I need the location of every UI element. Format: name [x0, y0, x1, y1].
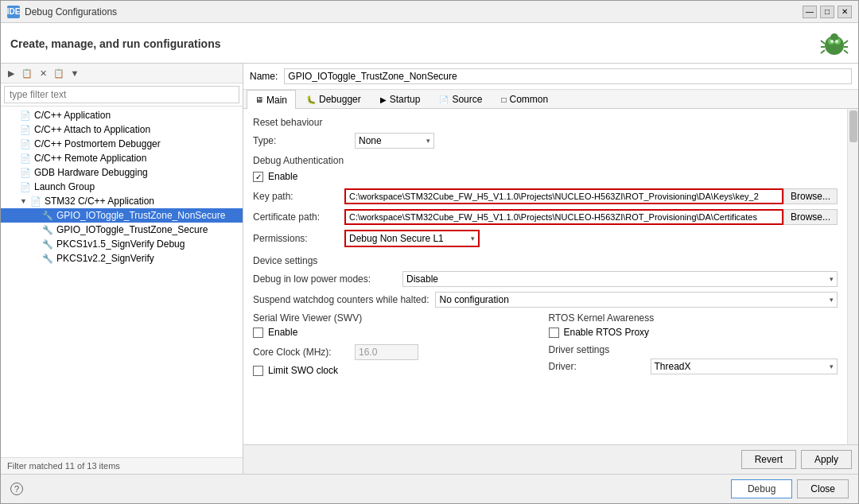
right-content: Reset behaviour Type: None ▾ Debug Authe…	[243, 109, 847, 444]
watchdog-arrow-icon: ▾	[830, 296, 834, 304]
permissions-dropdown-arrow-icon: ▾	[471, 235, 475, 242]
low-power-dropdown[interactable]: Disable ▾	[402, 271, 838, 287]
swv-enable-label: Enable	[268, 327, 297, 338]
header: Create, manage, and run configurations	[1, 23, 858, 64]
type-value: None	[359, 135, 382, 146]
permissions-value: Debug Non Secure L1	[349, 233, 444, 244]
tab-source[interactable]: 📄 Source	[430, 90, 491, 108]
tree-item-icon: 🔧	[42, 254, 53, 264]
scrollbar-thumb[interactable]	[849, 110, 857, 142]
tab-main[interactable]: 🖥 Main	[247, 90, 296, 109]
type-dropdown[interactable]: None ▾	[355, 133, 434, 149]
tree-item-stm32-group[interactable]: ▼ 📄 STM32 C/C++ Application	[1, 194, 243, 208]
name-input[interactable]	[284, 68, 852, 84]
revert-button[interactable]: Revert	[741, 450, 796, 469]
rtos-enable-checkbox[interactable]	[549, 328, 559, 338]
limit-swv-label: Limit SWO clock	[268, 365, 338, 376]
type-label: Type:	[253, 135, 348, 146]
tree-item-label: PKCS1v2.2_SignVerify	[56, 253, 154, 264]
tree-item-label: GPIO_IOToggle_TrustZone_Secure	[56, 224, 208, 235]
cert-path-input[interactable]	[344, 209, 783, 225]
limit-swv-checkbox[interactable]	[253, 366, 263, 376]
key-path-input[interactable]	[344, 188, 783, 204]
tree-item-launch-group[interactable]: 📄 Launch Group	[1, 180, 243, 194]
tab-debugger[interactable]: 🐛 Debugger	[297, 90, 370, 108]
core-clock-label: Core Clock (MHz):	[253, 347, 348, 358]
browse-key-button[interactable]: Browse...	[783, 188, 838, 204]
svg-line-6	[821, 50, 825, 53]
filter-input[interactable]	[4, 86, 239, 103]
tree-area: 📄 C/C++ Application 📄 C/C++ Attach to Ap…	[1, 107, 243, 457]
swv-enable-checkbox[interactable]	[253, 328, 263, 338]
svg-line-9	[844, 50, 848, 53]
enable-label: Enable	[268, 171, 297, 182]
title-bar-left: IDE Debug Configurations	[7, 6, 117, 18]
driver-arrow-icon: ▾	[830, 362, 834, 370]
footer-right: Debug Close	[731, 479, 849, 498]
permissions-dropdown[interactable]: Debug Non Secure L1 ▾	[344, 230, 480, 247]
tab-debugger-icon: 🐛	[306, 95, 316, 104]
tab-startup[interactable]: ▶ Startup	[371, 90, 430, 108]
expand-arrow-icon: ▼	[20, 197, 27, 205]
tree-item-label: Launch Group	[34, 181, 95, 192]
title-bar: IDE Debug Configurations — □ ✕	[1, 1, 858, 23]
tree-item-icon: 📄	[20, 153, 31, 164]
cert-path-row: Certificate path: Browse...	[253, 209, 838, 225]
enable-checkbox[interactable]: ✓	[253, 172, 263, 182]
tree-item-pkcs1-debug[interactable]: 🔧 PKCS1v1.5_SignVerify Debug	[1, 237, 243, 251]
tree-item-cpp-app[interactable]: 📄 C/C++ Application	[1, 108, 243, 122]
tree-item-label: GDB Hardware Debugging	[34, 167, 148, 178]
tree-item-label: C/C++ Application	[34, 110, 111, 121]
tree-item-gpio-nonsecure[interactable]: 🔧 GPIO_IOToggle_TrustZone_NonSecure	[1, 208, 243, 223]
core-clock-input[interactable]	[355, 344, 418, 360]
toolbar-new-button[interactable]: ▶	[4, 66, 18, 80]
tab-main-label: Main	[266, 95, 287, 106]
help-icon[interactable]: ?	[10, 483, 23, 495]
watchdog-value: No configuration	[439, 294, 508, 305]
tree-item-icon: 📄	[20, 139, 31, 149]
reset-behaviour-title: Reset behaviour	[253, 117, 838, 128]
tab-source-label: Source	[452, 94, 482, 105]
svg-line-4	[821, 41, 825, 44]
tree-item-gdb-hardware[interactable]: 📄 GDB Hardware Debugging	[1, 165, 243, 180]
apply-button[interactable]: Apply	[801, 450, 852, 469]
close-button[interactable]: Close	[797, 479, 849, 498]
close-window-button[interactable]: ✕	[838, 6, 852, 18]
tree-item-cpp-postmortem[interactable]: 📄 C/C++ Postmortem Debugger	[1, 137, 243, 151]
minimize-button[interactable]: —	[803, 6, 817, 18]
key-path-row: Key path: Browse...	[253, 188, 838, 204]
tree-item-pkcs2[interactable]: 🔧 PKCS1v2.2_SignVerify	[1, 251, 243, 266]
scrollbar[interactable]	[847, 109, 858, 444]
low-power-label: Debug in low power modes:	[253, 273, 396, 285]
key-path-label: Key path:	[253, 191, 344, 202]
svg-point-10	[830, 40, 834, 43]
toolbar-copy-button[interactable]: 📋	[20, 66, 34, 80]
tree-item-icon: 🔧	[42, 239, 53, 250]
watchdog-dropdown[interactable]: No configuration ▾	[435, 292, 838, 308]
content-with-scrollbar: Reset behaviour Type: None ▾ Debug Authe…	[243, 109, 858, 444]
tree-item-icon: 📄	[20, 110, 31, 121]
debug-button[interactable]: Debug	[731, 479, 792, 498]
toolbar: ▶ 📋 ✕ 📋 ▼	[1, 64, 243, 83]
tree-item-icon: 🔧	[42, 225, 53, 235]
tab-common-label: Common	[510, 94, 549, 105]
tab-debugger-label: Debugger	[319, 94, 361, 105]
maximize-button[interactable]: □	[820, 6, 834, 18]
toolbar-delete-button[interactable]: ✕	[36, 66, 50, 80]
low-power-row: Debug in low power modes: Disable ▾	[253, 271, 838, 287]
swv-section: Serial Wire Viewer (SWV) Enable Core Clo…	[253, 312, 542, 382]
toolbar-duplicate-button[interactable]: 📋	[52, 66, 66, 80]
tree-item-gpio-secure[interactable]: 🔧 GPIO_IOToggle_TrustZone_Secure	[1, 223, 243, 237]
tree-item-label: C/C++ Attach to Application	[34, 124, 150, 135]
two-col-section: Serial Wire Viewer (SWV) Enable Core Clo…	[253, 312, 838, 382]
browse-cert-button[interactable]: Browse...	[783, 209, 838, 225]
tree-item-cpp-remote[interactable]: 📄 C/C++ Remote Application	[1, 151, 243, 165]
svg-line-7	[844, 41, 848, 44]
device-settings-title: Device settings	[253, 255, 838, 266]
tree-item-cpp-attach[interactable]: 📄 C/C++ Attach to Application	[1, 122, 243, 137]
driver-dropdown[interactable]: ThreadX ▾	[651, 359, 838, 374]
tab-common[interactable]: □ Common	[492, 90, 557, 108]
driver-title: Driver settings	[549, 344, 838, 355]
svg-point-11	[835, 40, 838, 43]
toolbar-menu-button[interactable]: ▼	[68, 66, 82, 80]
